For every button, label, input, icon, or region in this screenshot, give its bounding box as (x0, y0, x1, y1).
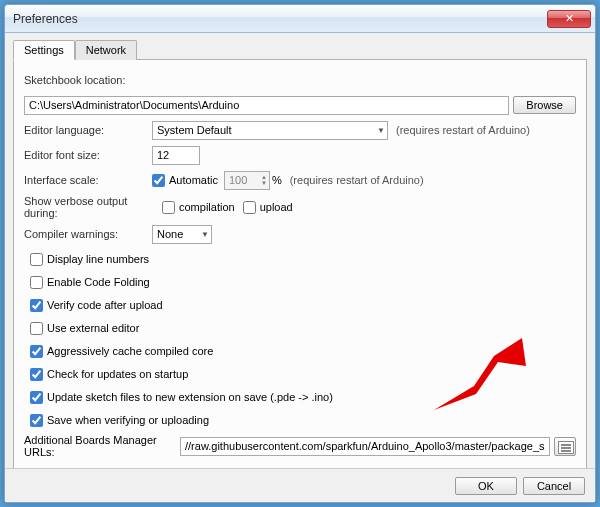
line-numbers-checkbox[interactable] (30, 253, 43, 266)
check-updates-checkbox[interactable] (30, 368, 43, 381)
browse-button[interactable]: Browse (513, 96, 576, 114)
verbose-label: Show verbose output during: (24, 195, 162, 219)
tab-network[interactable]: Network (75, 40, 137, 60)
compiler-warnings-value: None (157, 228, 183, 240)
window-icon (558, 441, 574, 454)
close-button[interactable]: ✕ (547, 10, 591, 28)
chevron-down-icon: ▼ (377, 126, 385, 135)
editor-language-value: System Default (157, 124, 232, 136)
verbose-upload-label: upload (260, 201, 293, 213)
font-size-label: Editor font size: (24, 149, 152, 161)
titlebar[interactable]: Preferences ✕ (5, 5, 595, 33)
verify-upload-checkbox[interactable] (30, 299, 43, 312)
pref-note-line1: More preferences can be edited directly … (24, 467, 264, 468)
chevron-down-icon: ▼ (201, 230, 209, 239)
compiler-warnings-label: Compiler warnings: (24, 228, 152, 240)
sketchbook-path-input[interactable] (24, 96, 509, 115)
line-numbers-label: Display line numbers (47, 253, 149, 265)
scale-percent-stepper[interactable]: 100 ▲▼ (224, 171, 270, 190)
boards-url-input[interactable] (180, 437, 550, 456)
settings-panel: Sketchbook location: Browse Editor langu… (13, 59, 587, 468)
verbose-compile-checkbox[interactable] (162, 201, 175, 214)
interface-scale-label: Interface scale: (24, 174, 152, 186)
external-editor-checkbox[interactable] (30, 322, 43, 335)
scale-restart-hint: (requires restart of Arduino) (290, 174, 424, 186)
sketchbook-label: Sketchbook location: (24, 74, 126, 86)
language-restart-hint: (requires restart of Arduino) (396, 124, 530, 136)
editor-language-select[interactable]: System Default ▼ (152, 121, 388, 140)
automatic-scale-checkbox[interactable] (152, 174, 165, 187)
boards-url-expand-button[interactable] (554, 437, 576, 456)
code-folding-checkbox[interactable] (30, 276, 43, 289)
editor-language-label: Editor language: (24, 124, 152, 136)
save-verify-label: Save when verifying or uploading (47, 414, 209, 426)
tab-settings[interactable]: Settings (13, 40, 75, 60)
compiler-warnings-select[interactable]: None ▼ (152, 225, 212, 244)
tab-strip: Settings Network (13, 40, 587, 60)
scale-percent-value: 100 (229, 174, 247, 186)
close-icon: ✕ (565, 12, 574, 24)
verbose-upload-checkbox[interactable] (243, 201, 256, 214)
font-size-input[interactable] (152, 146, 200, 165)
automatic-scale-label: Automatic (169, 174, 218, 186)
cancel-button[interactable]: Cancel (523, 477, 585, 495)
cache-core-label: Aggressively cache compiled core (47, 345, 213, 357)
preferences-window: Preferences ✕ Settings Network Sketchboo… (4, 4, 596, 503)
code-folding-label: Enable Code Folding (47, 276, 150, 288)
ok-button[interactable]: OK (455, 477, 517, 495)
content-area: Settings Network Sketchbook location: Br… (5, 33, 595, 468)
update-extension-checkbox[interactable] (30, 391, 43, 404)
update-extension-label: Update sketch files to new extension on … (47, 391, 333, 403)
cache-core-checkbox[interactable] (30, 345, 43, 358)
check-updates-label: Check for updates on startup (47, 368, 188, 380)
verbose-compile-label: compilation (179, 201, 235, 213)
window-title: Preferences (13, 12, 547, 26)
stepper-arrows-icon: ▲▼ (261, 174, 267, 186)
percent-symbol: % (272, 174, 282, 186)
save-verify-checkbox[interactable] (30, 414, 43, 427)
boards-url-label: Additional Boards Manager URLs: (24, 434, 176, 458)
external-editor-label: Use external editor (47, 322, 139, 334)
verify-upload-label: Verify code after upload (47, 299, 163, 311)
dialog-footer: OK Cancel (5, 468, 595, 502)
